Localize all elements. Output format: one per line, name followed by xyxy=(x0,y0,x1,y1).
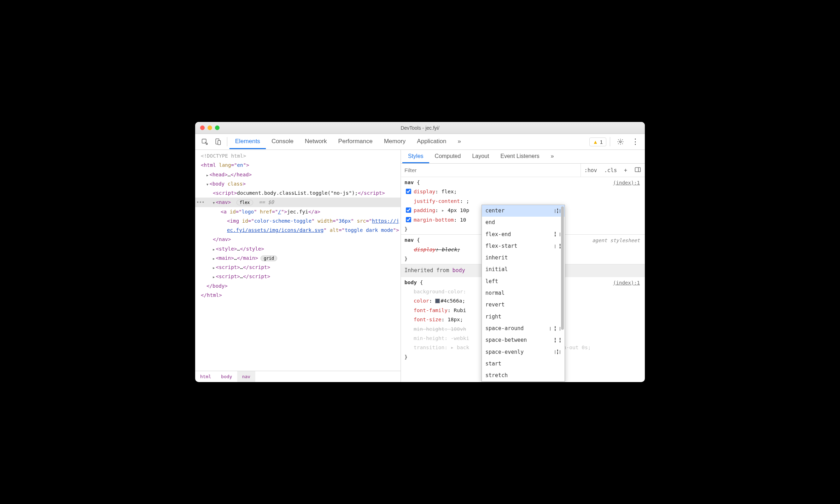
crumb-html[interactable]: html xyxy=(195,371,216,382)
inspect-icon[interactable] xyxy=(198,135,211,149)
autocomplete-item[interactable]: start xyxy=(482,358,565,370)
dom-head[interactable]: <head>…</head> xyxy=(201,170,401,179)
autocomplete-item[interactable]: space-between╏ ╏ xyxy=(482,334,565,346)
autocomplete-item[interactable]: normal xyxy=(482,287,565,299)
cls-toggle[interactable]: .cls xyxy=(601,167,620,174)
dom-a[interactable]: <a id="logo" href="/">jec.fyi</a> xyxy=(201,207,401,216)
doctype: <!DOCTYPE html> xyxy=(201,153,246,159)
autocomplete-label: end xyxy=(485,218,495,227)
autocomplete-label: start xyxy=(485,359,501,369)
autocomplete-item[interactable]: initial xyxy=(482,264,565,275)
dom-main[interactable]: <main>…</main>grid xyxy=(201,253,401,263)
autocomplete-label: flex-start xyxy=(485,241,517,251)
tab-application[interactable]: Application xyxy=(411,134,452,149)
titlebar: DevTools - jec.fyi/ xyxy=(195,122,645,134)
color-swatch-icon[interactable] xyxy=(435,299,440,303)
autocomplete-label: space-evenly xyxy=(485,347,524,357)
tab-event-listeners[interactable]: Event Listeners xyxy=(495,150,545,163)
autocomplete-label: normal xyxy=(485,288,504,298)
tab-layout[interactable]: Layout xyxy=(466,150,495,163)
tab-elements[interactable]: Elements xyxy=(229,134,266,149)
tab-computed[interactable]: Computed xyxy=(429,150,467,163)
justify-preview-icon: ❘ ╏ ❘ xyxy=(549,324,561,333)
svg-rect-2 xyxy=(218,141,221,145)
minimize-icon[interactable] xyxy=(208,125,212,130)
dom-script1[interactable]: <script>document.body.classList.toggle("… xyxy=(201,188,401,198)
settings-icon[interactable] xyxy=(614,135,627,149)
devtools-window: DevTools - jec.fyi/ Elements Console Net… xyxy=(195,122,645,382)
tab-network[interactable]: Network xyxy=(299,134,332,149)
dom-style[interactable]: <style>…</style> xyxy=(201,244,401,253)
ua-source: agent stylesheet xyxy=(592,236,640,245)
dom-img[interactable]: <img id="color-scheme-toggle" width="36p… xyxy=(201,216,401,235)
dom-nav-selected[interactable]: ••• <nav> flex == $0 xyxy=(195,198,401,207)
breadcrumbs: html body nav xyxy=(195,371,401,382)
styles-pane: Styles Computed Layout Event Listeners »… xyxy=(401,150,645,382)
autocomplete-item[interactable]: end xyxy=(482,217,565,228)
autocomplete-item[interactable]: center❘╏❘ xyxy=(482,205,565,217)
autocomplete-item[interactable]: flex-start❘ ╏ xyxy=(482,240,565,252)
scrollbar[interactable] xyxy=(560,206,564,373)
toolbar-right: ▲ 1 ⋮ xyxy=(589,135,642,149)
svg-point-3 xyxy=(620,141,622,143)
dom-html-open[interactable]: <html lang="en"> xyxy=(201,160,401,170)
autocomplete-item[interactable]: space-around❘ ╏ ❘ xyxy=(482,323,565,334)
autocomplete-label: stretch xyxy=(485,371,508,380)
autocomplete-item[interactable]: revert xyxy=(482,299,565,311)
elements-pane: <!DOCTYPE html> <html lang="en"> <head>…… xyxy=(195,150,401,382)
dom-script3[interactable]: <script>…</script> xyxy=(201,272,401,281)
new-rule-button[interactable]: + xyxy=(620,167,631,174)
layout-pill[interactable]: grid xyxy=(261,256,277,261)
autocomplete-item[interactable]: space-evenly❘╏❘ xyxy=(482,346,565,358)
autocomplete-item[interactable]: right xyxy=(482,311,565,323)
main-toolbar: Elements Console Network Performance Mem… xyxy=(195,134,645,150)
justify-preview-icon: ❘ ╏ xyxy=(554,242,561,251)
decl-toggle[interactable] xyxy=(406,189,411,194)
decl-toggle[interactable] xyxy=(406,207,411,213)
sidebar-toggle-icon[interactable] xyxy=(631,166,645,175)
dom-script2[interactable]: <script>…</script> xyxy=(201,263,401,272)
more-icon[interactable]: ⋮ xyxy=(629,135,642,149)
tabs-overflow[interactable]: » xyxy=(452,134,467,149)
side-tabs-overflow[interactable]: » xyxy=(545,150,560,163)
row-actions-icon[interactable]: ••• xyxy=(197,199,205,206)
autocomplete-item[interactable]: stretch xyxy=(482,370,565,381)
hov-toggle[interactable]: :hov xyxy=(581,167,601,174)
dom-nav-close[interactable]: </nav> xyxy=(201,235,401,244)
autocomplete-popup[interactable]: center❘╏❘endflex-end╏ ❘flex-start❘ ╏inhe… xyxy=(482,205,565,382)
crumb-nav[interactable]: nav xyxy=(237,371,255,382)
scrollbar-thumb[interactable] xyxy=(561,206,564,330)
rule-source-link[interactable]: (index):1 xyxy=(613,178,640,187)
separator xyxy=(227,137,227,146)
tab-memory[interactable]: Memory xyxy=(378,134,411,149)
svg-rect-4 xyxy=(635,168,641,172)
dom-tree[interactable]: <!DOCTYPE html> <html lang="en"> <head>…… xyxy=(195,150,401,371)
tab-performance[interactable]: Performance xyxy=(333,134,378,149)
decl-display[interactable]: display: flex; xyxy=(404,187,641,196)
autocomplete-item[interactable]: flex-end╏ ❘ xyxy=(482,229,565,240)
side-tabs: Styles Computed Layout Event Listeners » xyxy=(401,150,645,164)
rule-source-link[interactable]: (index):1 xyxy=(613,279,640,287)
main-tabs: Elements Console Network Performance Mem… xyxy=(229,134,467,149)
autocomplete-item[interactable]: inherit xyxy=(482,252,565,264)
autocomplete-label: center xyxy=(485,206,504,216)
layout-pill[interactable]: flex xyxy=(237,200,253,205)
warnings-badge[interactable]: ▲ 1 xyxy=(589,137,606,146)
autocomplete-label: left xyxy=(485,277,498,286)
filter-input[interactable] xyxy=(401,164,581,177)
content: <!DOCTYPE html> <html lang="en"> <head>…… xyxy=(195,150,645,382)
decl-toggle[interactable] xyxy=(406,217,411,222)
crumb-body[interactable]: body xyxy=(216,371,237,382)
dom-body-open[interactable]: <body class> xyxy=(201,179,401,188)
tab-styles[interactable]: Styles xyxy=(402,150,429,163)
autocomplete-item[interactable]: left xyxy=(482,276,565,287)
device-toolbar-icon[interactable] xyxy=(211,135,225,149)
autocomplete-label: inherit xyxy=(485,253,508,263)
tab-console[interactable]: Console xyxy=(266,134,299,149)
dom-html-close[interactable]: </html> xyxy=(201,291,401,300)
dom-body-close[interactable]: </body> xyxy=(201,281,401,291)
styles-body[interactable]: (index):1 nav { display: flex; justify-c… xyxy=(401,177,645,382)
close-icon[interactable] xyxy=(200,125,205,130)
justify-preview-icon: ╏ ❘ xyxy=(554,230,561,239)
zoom-icon[interactable] xyxy=(215,125,220,130)
